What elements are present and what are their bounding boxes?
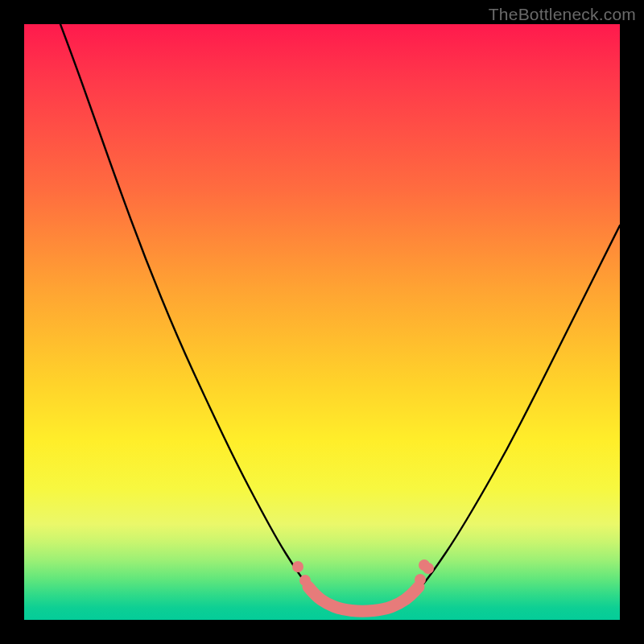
- marker-dots: [292, 559, 434, 586]
- bottom-segment: [308, 587, 419, 611]
- marker-dot: [415, 574, 426, 585]
- plot-area: [24, 24, 620, 620]
- marker-dot: [423, 563, 434, 574]
- curve-right: [403, 225, 620, 602]
- chart-frame: TheBottleneck.com: [0, 0, 644, 644]
- watermark-text: TheBottleneck.com: [489, 5, 636, 24]
- marker-dot: [299, 575, 311, 586]
- curve-svg: [24, 24, 620, 620]
- curve-left: [60, 24, 323, 601]
- marker-dot: [292, 561, 303, 572]
